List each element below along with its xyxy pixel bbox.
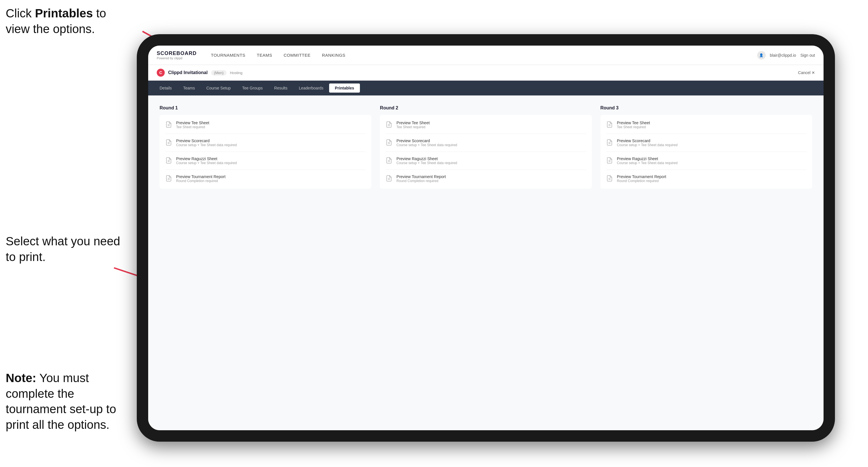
tab-leaderboards[interactable]: Leaderboards	[293, 84, 329, 93]
print-doc-icon	[606, 121, 614, 129]
printable-item-r1-1[interactable]: Preview Tee SheetTee Sheet required	[165, 121, 366, 129]
printable-name: Preview Tournament Report	[617, 175, 666, 179]
printable-text: Preview Raguzzi SheetCourse setup + Tee …	[176, 156, 237, 165]
main-content: Round 1Preview Tee SheetTee Sheet requir…	[148, 95, 824, 430]
printable-requirement: Tee Sheet required	[176, 125, 209, 129]
divider	[385, 169, 586, 170]
tab-printables[interactable]: Printables	[329, 84, 360, 93]
print-doc-icon	[385, 139, 393, 147]
divider	[606, 152, 806, 152]
printable-item-r1-4[interactable]: Preview Tournament ReportRound Completio…	[165, 175, 366, 183]
instruction-bottom-bold: Note:	[6, 371, 36, 385]
print-doc-icon	[606, 139, 614, 147]
printable-text: Preview Tournament ReportRound Completio…	[176, 175, 225, 183]
printable-requirement: Course setup + Tee Sheet data required	[176, 161, 237, 165]
printable-text: Preview Tournament ReportRound Completio…	[617, 175, 666, 183]
divider	[606, 169, 806, 170]
printable-name: Preview Raguzzi Sheet	[617, 156, 678, 161]
tab-bar: Details Teams Course Setup Tee Groups Re…	[148, 81, 824, 95]
print-doc-icon	[606, 157, 614, 165]
printable-name: Preview Scorecard	[617, 138, 678, 143]
printable-name: Preview Raguzzi Sheet	[396, 156, 457, 161]
instruction-top-text: Click	[6, 6, 35, 20]
printable-name: Preview Tee Sheet	[617, 121, 650, 125]
printable-text: Preview ScorecardCourse setup + Tee Shee…	[617, 138, 678, 147]
tablet-frame: SCOREBOARD Powered by clippd TOURNAMENTS…	[137, 34, 835, 442]
print-doc-icon	[385, 121, 393, 129]
printable-item-r1-2[interactable]: Preview ScorecardCourse setup + Tee Shee…	[165, 138, 366, 147]
print-doc-icon	[385, 157, 393, 165]
brand-title: SCOREBOARD	[157, 51, 197, 56]
print-doc-icon	[606, 175, 614, 183]
round-section-1: Round 1Preview Tee SheetTee Sheet requir…	[160, 105, 371, 189]
printable-requirement: Course setup + Tee Sheet data required	[176, 143, 237, 147]
instruction-mid: Select what you need to print.	[6, 234, 128, 265]
printable-item-r2-2[interactable]: Preview ScorecardCourse setup + Tee Shee…	[385, 138, 586, 147]
user-avatar: 👤	[757, 51, 766, 60]
printable-name: Preview Tournament Report	[396, 175, 446, 179]
printable-text: Preview Raguzzi SheetCourse setup + Tee …	[617, 156, 678, 165]
round-card-1: Preview Tee SheetTee Sheet requiredPrevi…	[160, 115, 371, 189]
instruction-top: Click Printables to view the options.	[6, 6, 128, 37]
print-doc-icon	[165, 139, 173, 147]
printable-item-r3-2[interactable]: Preview ScorecardCourse setup + Tee Shee…	[606, 138, 806, 147]
tournament-title: Clippd Invitational	[168, 70, 208, 75]
nav-rankings[interactable]: RANKINGS	[322, 53, 345, 58]
round-card-3: Preview Tee SheetTee Sheet requiredPrevi…	[600, 115, 812, 189]
instruction-top-bold: Printables	[35, 6, 93, 20]
printable-text: Preview ScorecardCourse setup + Tee Shee…	[396, 138, 457, 147]
sub-header: C Clippd Invitational (Men) Hosting Canc…	[148, 65, 824, 81]
printable-requirement: Round Completion required	[176, 179, 225, 183]
round-card-2: Preview Tee SheetTee Sheet requiredPrevi…	[380, 115, 592, 189]
top-nav-right: 👤 blair@clippd.io Sign out	[757, 51, 815, 60]
tournament-name: C Clippd Invitational (Men) Hosting	[157, 69, 798, 76]
tournament-logo: C	[157, 69, 165, 76]
top-nav-links: TOURNAMENTS TEAMS COMMITTEE RANKINGS	[211, 53, 757, 58]
tablet-screen: SCOREBOARD Powered by clippd TOURNAMENTS…	[148, 45, 824, 430]
brand: SCOREBOARD Powered by clippd	[157, 51, 197, 60]
tab-details[interactable]: Details	[154, 84, 178, 93]
rounds-grid: Round 1Preview Tee SheetTee Sheet requir…	[160, 105, 812, 189]
hosting-badge: Hosting	[230, 71, 243, 75]
printable-requirement: Tee Sheet required	[396, 125, 429, 129]
tournament-badge: (Men)	[211, 70, 226, 75]
printable-item-r3-4[interactable]: Preview Tournament ReportRound Completio…	[606, 175, 806, 183]
nav-teams[interactable]: TEAMS	[257, 53, 272, 58]
nav-tournaments[interactable]: TOURNAMENTS	[211, 53, 245, 58]
printable-item-r3-3[interactable]: Preview Raguzzi SheetCourse setup + Tee …	[606, 156, 806, 165]
printable-text: Preview Raguzzi SheetCourse setup + Tee …	[396, 156, 457, 165]
tab-results[interactable]: Results	[269, 84, 293, 93]
top-nav: SCOREBOARD Powered by clippd TOURNAMENTS…	[148, 45, 824, 65]
round-title-2: Round 2	[380, 105, 592, 111]
print-doc-icon	[165, 157, 173, 165]
printable-requirement: Course setup + Tee Sheet data required	[396, 161, 457, 165]
sign-out-link[interactable]: Sign out	[801, 53, 815, 58]
printable-name: Preview Tee Sheet	[396, 121, 429, 125]
instruction-bottom: Note: You must complete the tournament s…	[6, 370, 128, 433]
printable-item-r2-3[interactable]: Preview Raguzzi SheetCourse setup + Tee …	[385, 156, 586, 165]
tab-course-setup[interactable]: Course Setup	[200, 84, 237, 93]
printable-item-r2-4[interactable]: Preview Tournament ReportRound Completio…	[385, 175, 586, 183]
instruction-mid-text: Select what you need to print.	[6, 235, 120, 263]
printable-text: Preview Tournament ReportRound Completio…	[396, 175, 446, 183]
divider	[165, 152, 366, 152]
round-title-3: Round 3	[600, 105, 812, 111]
printable-requirement: Tee Sheet required	[617, 125, 650, 129]
printable-item-r1-3[interactable]: Preview Raguzzi SheetCourse setup + Tee …	[165, 156, 366, 165]
printable-item-r3-1[interactable]: Preview Tee SheetTee Sheet required	[606, 121, 806, 129]
printable-requirement: Round Completion required	[617, 179, 666, 183]
printable-text: Preview Tee SheetTee Sheet required	[176, 121, 209, 129]
printable-name: Preview Tee Sheet	[176, 121, 209, 125]
tab-tee-groups[interactable]: Tee Groups	[237, 84, 269, 93]
cancel-button[interactable]: Cancel ✕	[798, 70, 815, 75]
divider	[165, 169, 366, 170]
printable-name: Preview Scorecard	[176, 138, 237, 143]
printable-item-r2-1[interactable]: Preview Tee SheetTee Sheet required	[385, 121, 586, 129]
nav-committee[interactable]: COMMITTEE	[283, 53, 311, 58]
tab-teams[interactable]: Teams	[178, 84, 200, 93]
printable-requirement: Course setup + Tee Sheet data required	[396, 143, 457, 147]
printable-text: Preview Tee SheetTee Sheet required	[617, 121, 650, 129]
printable-requirement: Course setup + Tee Sheet data required	[617, 143, 678, 147]
print-doc-icon	[165, 121, 173, 129]
printable-requirement: Round Completion required	[396, 179, 446, 183]
